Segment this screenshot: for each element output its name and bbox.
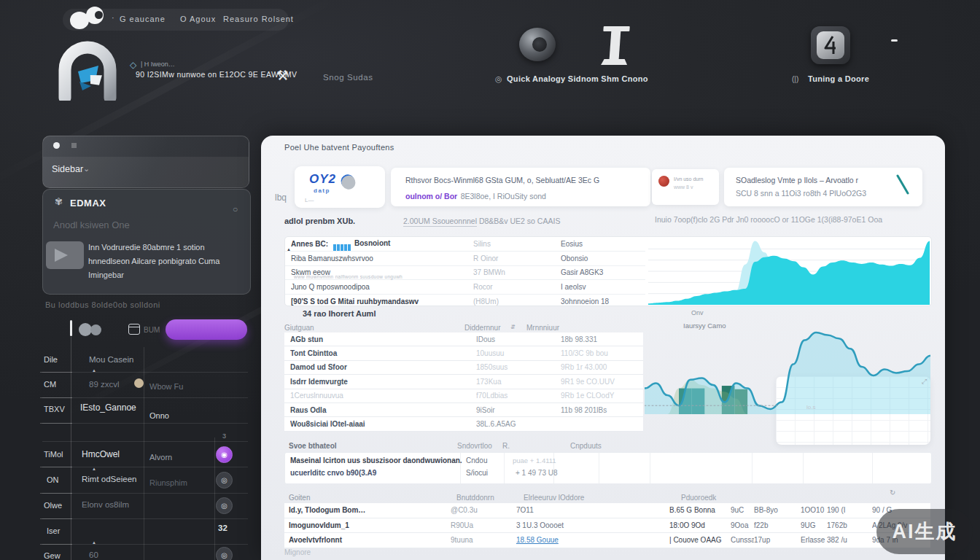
- hero-subtext: | H Iweon…: [141, 61, 175, 68]
- status-badge[interactable]: ◎: [216, 472, 233, 489]
- ledger-row[interactable]: Maseinal lcirton uus sbuszisoor daondwuw…: [284, 452, 932, 484]
- section-label-center-underlined: 2.00UM Ssoueonnnel: [403, 217, 477, 227]
- sidebar-card-subtitle: Anodl ksiwen One: [53, 219, 130, 230]
- primary-action-button[interactable]: [166, 319, 247, 340]
- table-row: Id.y, Tlodogum Bom…@C0.3u7O11B.65 G Bonn…: [284, 503, 930, 518]
- watermark-badge: AI生成: [876, 509, 973, 554]
- dot-indicator: [53, 142, 60, 149]
- side-note: lbq: [275, 192, 287, 203]
- col-header[interactable]: Goiten: [289, 494, 310, 502]
- hero-tool-label: Snog Sudas: [323, 73, 373, 82]
- sidebar-section-heading: Bu loddbus 8olde0ob solldoni: [45, 300, 160, 309]
- calendar-icon[interactable]: [128, 324, 140, 335]
- chart-legend-1: Onv: [691, 309, 704, 316]
- ledger-line1: Maseinal lcirton uus sbuszisoor daondwuw…: [290, 456, 462, 464]
- table-row: Avoelvtvfrlonnt9tuuna18.58 Gouue| Couove…: [284, 533, 930, 548]
- col-header[interactable]: R.: [502, 442, 510, 450]
- page-title: Poel Uhe batvent Payouftens: [284, 143, 394, 152]
- sidebar-row-value2: Riunsphim: [149, 478, 187, 487]
- nav-separator-dot: ·: [112, 13, 115, 22]
- chevron-down-icon[interactable]: ⌄: [83, 164, 90, 174]
- ledger-v1: Cndou: [466, 456, 487, 464]
- col-header[interactable]: Elrleeuruv lOddore: [524, 494, 584, 502]
- col-header[interactable]: Bnutddonrn: [456, 494, 494, 502]
- ledger-v2: S/iocui: [466, 469, 488, 477]
- sidebar-label[interactable]: Sidebar: [52, 164, 83, 174]
- ledger-line2: ucuerlditc cnvo b90(3.A9: [290, 469, 376, 477]
- table-row: Juno Q mposwnoodipoaRocorI aeolsv: [285, 279, 645, 294]
- transactions-table: Id.y, Tlodogum Bom…@C0.3u7O11B.65 G Bonn…: [284, 503, 930, 548]
- camera-lens: [532, 37, 547, 52]
- more-circle-icon[interactable]: ○: [233, 204, 238, 214]
- col-header[interactable]: Sndovrtloo: [457, 442, 492, 450]
- footer-label: Mignore: [284, 548, 311, 556]
- thumbnail-shape: [55, 249, 68, 262]
- ledger-r2: + 1 49 73 U8: [516, 469, 558, 477]
- sidebar-row-label[interactable]: Dile: [44, 355, 58, 364]
- watermark-text: AI生成: [892, 518, 957, 545]
- info-card2-line1: SOadleslog Vmte p Ilols – Arvoatlo r: [736, 176, 858, 184]
- col-header[interactable]: Cnpduuts: [570, 442, 602, 450]
- mini-card[interactable]: I/vn uso durn www 8 v: [652, 169, 719, 205]
- col-header[interactable]: Svoe bthateol: [289, 442, 337, 450]
- sparkle-icon: ✾: [55, 196, 63, 207]
- nav-item-3[interactable]: Reasuro Rolsent: [223, 15, 294, 23]
- tile-icon[interactable]: [811, 26, 850, 64]
- divider: [144, 347, 144, 560]
- sidebar-card[interactable]: ✾ EDMAX ○ Anodl ksiwen One Inn Vodruredi…: [42, 189, 251, 295]
- status-badge[interactable]: ◉: [216, 446, 233, 463]
- status-circle-icon: ◎: [495, 74, 502, 84]
- sidebar-row-label[interactable]: ON: [47, 475, 59, 484]
- col-header-sortable[interactable]: Diddernnur: [464, 324, 500, 332]
- cursor-bar-icon: [70, 320, 72, 336]
- nav-item-2[interactable]: O Agoux: [180, 15, 216, 23]
- bracket-icon: (|): [792, 75, 798, 83]
- thumbnail: [46, 241, 84, 269]
- mini-card-line2: www 8 v: [674, 184, 693, 190]
- refresh-icon[interactable]: ↻: [890, 489, 895, 497]
- tools-icon[interactable]: ⚒: [276, 67, 289, 84]
- table-row: Damod ud Sfoor1850suus9Rb 1r 43.000: [284, 361, 643, 375]
- header-right-label[interactable]: Tuning a Doore: [808, 74, 869, 83]
- count-value: 32: [218, 524, 228, 532]
- pointer-icon: ▲: [287, 247, 291, 252]
- col-header[interactable]: Mrnnniuur: [526, 324, 559, 332]
- col-header[interactable]: Giutguan: [284, 324, 314, 332]
- table-row: 1Ceruslnnuuvuaf70Ldbias9Rb 1e CLOodY: [284, 389, 643, 403]
- section2-title: 34 rao Ihorert Auml: [303, 309, 376, 318]
- sidebar-row-value: 60: [89, 551, 98, 559]
- gap-mark: 3: [222, 432, 226, 440]
- info-card[interactable]: Rthsvor Bocs-Winml68 GSta GUM, o, Seblua…: [391, 168, 650, 206]
- info-card-accent: oulnom o/ Bor: [405, 192, 457, 201]
- sidebar-row-label[interactable]: TiMol: [44, 450, 63, 459]
- status-badge[interactable]: ◎: [216, 497, 233, 514]
- header-center-label[interactable]: Quick Analogy Sidnom Shm Cnono: [507, 74, 648, 83]
- square-mark: [71, 143, 77, 148]
- toolbar-label: BUM: [144, 326, 160, 334]
- detail-table: AGb stunIDous18b 98.331Tont Cbinttoa10uu…: [284, 332, 643, 432]
- line-chart: [645, 328, 930, 414]
- summary-card: Annes BC:SilinsEosiusRiba Bamanuszwhsvrv…: [284, 236, 932, 306]
- info-card2-line2: SCU 8 snn a 11Oi3 ro8th 4 PlUoO2G3: [736, 189, 866, 198]
- brand-logo: OY2: [309, 172, 336, 187]
- brand-card[interactable]: OY2 datp L—: [295, 166, 385, 208]
- logo-notch: [95, 11, 103, 19]
- sidebar-row-label[interactable]: Iser: [47, 526, 60, 535]
- caret-up-icon: ▲: [92, 540, 96, 545]
- status-badge[interactable]: ◎: [216, 547, 233, 560]
- sidebar-row-label[interactable]: Olwe: [44, 501, 62, 510]
- sidebar-row-label[interactable]: CM: [44, 380, 56, 389]
- brand-logo-sub: datp: [314, 187, 330, 194]
- info-card-2[interactable]: SOadleslog Vmte p Ilols – Arvoatlo r SCU…: [724, 168, 922, 206]
- sidebar-row-value: Rimt odSeieen: [82, 475, 136, 483]
- app-logo[interactable]: [67, 3, 111, 31]
- brand-footnote: L—: [305, 197, 314, 203]
- sort-icon[interactable]: ⇵: [510, 324, 516, 330]
- sidebar-row-label[interactable]: Gew: [44, 551, 61, 560]
- col-header[interactable]: Pduoroedk: [681, 494, 716, 502]
- nav-item-1[interactable]: G eaucane: [120, 15, 166, 23]
- diamond-icon: ◇: [130, 60, 136, 70]
- caret-up-icon: ▲: [92, 467, 96, 471]
- sidebar-row-label[interactable]: TBXV: [44, 405, 65, 413]
- expand-icon[interactable]: ⤢: [922, 378, 927, 386]
